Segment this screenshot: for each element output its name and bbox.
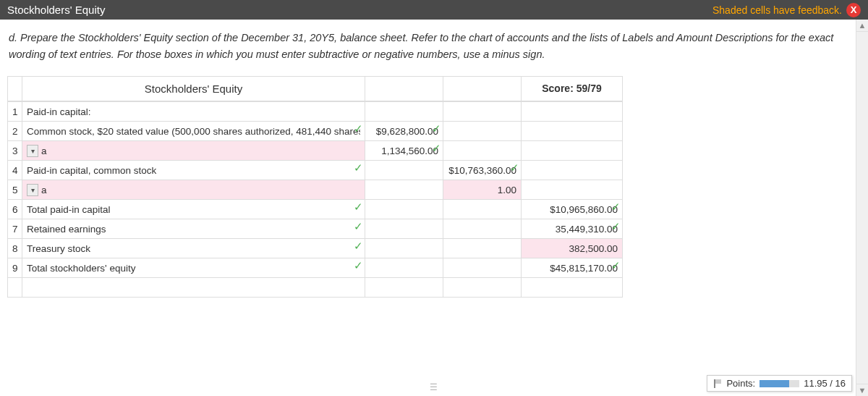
row-desc-dropdown-feedback[interactable]: ▾ a xyxy=(22,180,365,200)
check-icon: ✓ xyxy=(354,240,363,253)
instructions-text: d. Prepare the Stockholders' Equity sect… xyxy=(0,20,868,76)
row-desc[interactable]: Paid-in capital: xyxy=(22,102,365,122)
row-number: 1 xyxy=(8,102,22,122)
dropdown-text: Total paid-in capital xyxy=(27,204,360,215)
flag-icon xyxy=(712,379,722,389)
dropdown-text: Common stock, $20 stated value (500,000 … xyxy=(27,126,360,137)
amount-cell[interactable] xyxy=(522,141,623,161)
amount-cell[interactable]: 1,134,560.00✓ xyxy=(365,141,443,161)
amount-cell[interactable]: 35,449,310.00✓ xyxy=(522,219,623,239)
row-number: 9 xyxy=(8,258,22,278)
row-number: 5 xyxy=(8,180,22,200)
feedback-note: Shaded cells have feedback. xyxy=(712,4,842,16)
row-desc-dropdown[interactable]: Treasury stock ✓ xyxy=(22,239,365,258)
chevron-down-icon[interactable]: ▾ xyxy=(27,145,38,157)
amount-cell[interactable] xyxy=(443,219,522,239)
scrollbar[interactable]: ▲ ▼ xyxy=(856,20,868,396)
points-box: Points: 11.95 / 16 xyxy=(707,375,852,392)
row-desc-dropdown[interactable]: Total paid-in capital ✓ xyxy=(22,200,365,219)
dropdown-text: a xyxy=(41,185,360,195)
amount-cell[interactable] xyxy=(522,102,623,122)
points-value: 11.95 / 16 xyxy=(804,378,846,389)
amount-cell[interactable] xyxy=(365,239,443,258)
table-row: 5 ▾ a 1.00 xyxy=(8,180,623,200)
row-number: 6 xyxy=(8,200,22,219)
amount-cell[interactable] xyxy=(522,122,623,141)
amount-cell[interactable] xyxy=(443,141,522,161)
amount-cell[interactable] xyxy=(365,161,443,180)
row-number: 3 xyxy=(8,141,22,161)
amount-cell[interactable]: $10,965,860.00✓ xyxy=(522,200,623,219)
row-desc-dropdown[interactable]: Retained earnings ✓ xyxy=(22,219,365,239)
amount-cell[interactable] xyxy=(443,122,522,141)
table-row: 4 Paid-in capital, common stock ✓ $10,76… xyxy=(8,161,623,180)
dropdown-text: Total stockholders' equity xyxy=(27,263,360,274)
worksheet: Stockholders' Equity Score: 59/79 1 Paid… xyxy=(7,76,622,298)
row-number: 4 xyxy=(8,161,22,180)
table-row: 8 Treasury stock ✓ 382,500.00 xyxy=(8,239,623,258)
row-desc-dropdown-feedback[interactable]: ▾ a xyxy=(22,141,365,161)
scroll-down-icon[interactable]: ▼ xyxy=(856,384,868,396)
equity-table: 1 Paid-in capital: 2 Common stock, $20 s… xyxy=(7,101,623,298)
check-icon: ✓ xyxy=(611,259,621,272)
check-icon: ✓ xyxy=(432,122,441,135)
dropdown-text: a xyxy=(41,146,360,156)
row-desc-dropdown[interactable]: Total stockholders' equity ✓ xyxy=(22,258,365,278)
table-row: 7 Retained earnings ✓ 35,449,310.00✓ xyxy=(8,219,623,239)
dropdown-text: Retained earnings xyxy=(27,224,360,235)
row-number: 8 xyxy=(8,239,22,258)
progress-fill xyxy=(760,380,789,387)
chevron-down-icon[interactable]: ▾ xyxy=(27,184,38,196)
table-row: 2 Common stock, $20 stated value (500,00… xyxy=(8,122,623,141)
row-desc-dropdown[interactable]: Common stock, $20 stated value (500,000 … xyxy=(22,122,365,141)
check-icon: ✓ xyxy=(354,220,363,233)
check-icon: ✓ xyxy=(510,161,519,174)
sheet-title: Stockholders' Equity xyxy=(22,76,365,101)
amount-cell[interactable] xyxy=(365,258,443,278)
amount-cell[interactable] xyxy=(522,180,623,200)
amount-cell[interactable] xyxy=(365,102,443,122)
amount-cell[interactable]: $45,815,170.00✓ xyxy=(522,258,623,278)
row-desc-dropdown[interactable]: Paid-in capital, common stock ✓ xyxy=(22,161,365,180)
amount-cell[interactable] xyxy=(443,239,522,258)
row-number: 2 xyxy=(8,122,22,141)
amount-cell[interactable] xyxy=(365,200,443,219)
check-icon: ✓ xyxy=(354,161,363,174)
check-icon: ✓ xyxy=(611,220,621,233)
table-row: 3 ▾ a 1,134,560.00✓ xyxy=(8,141,623,161)
col-header-amount2 xyxy=(443,76,522,101)
check-icon: ✓ xyxy=(432,142,441,155)
title-bar: Stockholders' Equity Shaded cells have f… xyxy=(0,0,868,20)
amount-cell[interactable]: $10,763,360.00✓ xyxy=(443,161,522,180)
check-icon: ✓ xyxy=(354,259,363,272)
amount-cell-feedback[interactable]: 382,500.00 xyxy=(522,239,623,258)
dropdown-text: Paid-in capital, common stock xyxy=(27,165,360,176)
amount-cell[interactable] xyxy=(365,219,443,239)
table-row: 1 Paid-in capital: xyxy=(8,102,623,122)
amount-cell[interactable] xyxy=(443,258,522,278)
points-label: Points: xyxy=(726,378,755,389)
resize-grip[interactable]: ☰ xyxy=(430,382,438,392)
progress-bar xyxy=(760,380,799,387)
amount-cell[interactable] xyxy=(443,102,522,122)
dropdown-text: Treasury stock xyxy=(27,243,360,254)
check-icon: ✓ xyxy=(354,122,363,135)
amount-cell[interactable] xyxy=(365,180,443,200)
amount-cell[interactable]: $9,628,800.00✓ xyxy=(365,122,443,141)
check-icon: ✓ xyxy=(354,201,363,214)
table-row-blank xyxy=(8,278,623,298)
scroll-up-icon[interactable]: ▲ xyxy=(856,20,868,32)
amount-cell[interactable] xyxy=(522,161,623,180)
col-header-amount1 xyxy=(365,76,443,101)
score-label: Score: 59/79 xyxy=(522,76,623,101)
page-title: Stockholders' Equity xyxy=(7,4,105,16)
check-icon: ✓ xyxy=(611,201,621,214)
row-number: 7 xyxy=(8,219,22,239)
close-icon[interactable]: X xyxy=(846,3,861,17)
table-row: 9 Total stockholders' equity ✓ $45,815,1… xyxy=(8,258,623,278)
worksheet-header: Stockholders' Equity Score: 59/79 xyxy=(7,76,622,101)
amount-cell[interactable] xyxy=(443,200,522,219)
amount-cell-feedback[interactable]: 1.00 xyxy=(443,180,522,200)
table-row: 6 Total paid-in capital ✓ $10,965,860.00… xyxy=(8,200,623,219)
